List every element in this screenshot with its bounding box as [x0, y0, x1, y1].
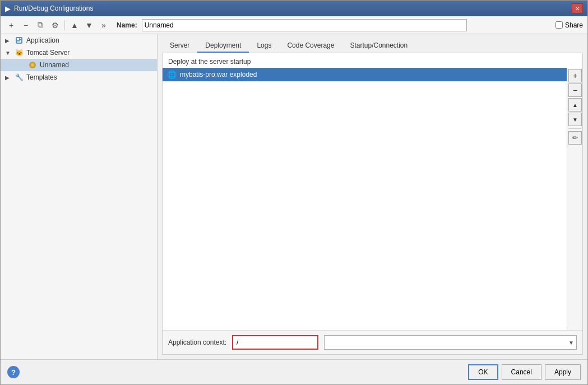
- artifact-item[interactable]: 🌐 mybatis-pro:war exploded: [163, 68, 567, 81]
- share-checkbox[interactable]: [555, 21, 563, 29]
- artifact-panel: 🌐 mybatis-pro:war exploded + − ▲ ▼ ✏: [163, 68, 582, 330]
- remove-artifact-button[interactable]: −: [568, 84, 582, 97]
- svg-rect-1: [17, 38, 19, 40]
- apply-button[interactable]: Apply: [545, 364, 581, 380]
- dropdown-arrow: ▼: [568, 340, 574, 346]
- tab-deployment[interactable]: Deployment: [197, 39, 249, 53]
- window-title: Run/Debug Configurations: [14, 4, 93, 12]
- tab-server-label: Server: [162, 39, 197, 52]
- sidebar: ▶ Application ▼ 🐱 Tomcat Server: [1, 34, 158, 359]
- tabs-row: Server Deployment Logs Code Coverage: [162, 39, 583, 53]
- application-icon: [14, 36, 24, 45]
- help-button[interactable]: ?: [7, 366, 20, 378]
- app-context-dropdown[interactable]: ▼: [324, 335, 577, 350]
- templates-arrow: ▶: [5, 75, 14, 81]
- title-bar-left: ▶ Run/Debug Configurations: [5, 4, 93, 13]
- run-icon: ▶: [5, 4, 11, 13]
- artifact-icon: 🌐: [167, 70, 177, 79]
- tab-code-coverage[interactable]: Code Coverage: [279, 39, 342, 53]
- title-bar-controls: ✕: [572, 3, 583, 13]
- svg-rect-2: [20, 38, 21, 39]
- app-context-input-wrapper: [232, 335, 318, 350]
- application-label: Application: [26, 36, 59, 44]
- artifact-name: mybatis-pro:war exploded: [180, 71, 257, 78]
- tomcat-arrow: ▼: [5, 50, 14, 56]
- add-artifact-button[interactable]: +: [568, 69, 582, 82]
- name-input[interactable]: [142, 19, 467, 31]
- svg-rect-4: [17, 41, 21, 43]
- toolbar-separator: [64, 20, 65, 30]
- close-button[interactable]: ✕: [572, 3, 583, 13]
- bottom-bar: ? OK Cancel Apply: [1, 359, 587, 384]
- tomcat-icon: 🐱: [14, 48, 24, 57]
- tab-logs[interactable]: Logs: [249, 39, 279, 53]
- ok-button[interactable]: OK: [468, 364, 498, 380]
- app-context-input[interactable]: [233, 336, 317, 349]
- tab-startup-label: Startup/Connection: [342, 39, 415, 52]
- deploy-label: Deploy at the server startup: [163, 53, 582, 68]
- move-down-button[interactable]: ▼: [83, 19, 95, 31]
- svg-rect-3: [20, 40, 21, 41]
- share-section: Share: [555, 21, 583, 29]
- tab-logs-label: Logs: [249, 39, 279, 52]
- tab-code-coverage-label: Code Coverage: [279, 39, 342, 52]
- artifact-side-buttons: + − ▲ ▼ ✏: [567, 68, 582, 330]
- main-content: ▶ Application ▼ 🐱 Tomcat Server: [1, 34, 587, 359]
- title-bar: ▶ Run/Debug Configurations ✕: [1, 1, 587, 16]
- tab-startup-connection[interactable]: Startup/Connection: [342, 39, 415, 53]
- settings-button[interactable]: ⚙: [49, 19, 61, 31]
- toolbar: + − ⧉ ⚙ ▲ ▼ » Name: Share: [1, 16, 587, 34]
- share-label: Share: [565, 21, 583, 29]
- sidebar-item-application[interactable]: ▶ Application: [1, 34, 157, 47]
- edit-artifact-button[interactable]: ✏: [568, 131, 582, 145]
- copy-config-button[interactable]: ⧉: [34, 19, 47, 31]
- application-arrow: ▶: [5, 38, 14, 44]
- sidebar-item-tomcat-server[interactable]: ▼ 🐱 Tomcat Server: [1, 47, 157, 59]
- side-separator: [568, 128, 581, 129]
- tab-bar-wrapper: Server Deployment Logs Code Coverage: [162, 39, 583, 53]
- add-config-button[interactable]: +: [5, 19, 17, 31]
- run-debug-config-window: ▶ Run/Debug Configurations ✕ + − ⧉ ⚙ ▲ ▼…: [0, 0, 588, 385]
- right-panel: Server Deployment Logs Code Coverage: [158, 34, 587, 359]
- move-artifact-down-button[interactable]: ▼: [568, 113, 582, 126]
- move-artifact-up-button[interactable]: ▲: [568, 98, 582, 112]
- app-context-label: Application context:: [168, 338, 226, 346]
- unnamed-icon: [27, 61, 38, 69]
- sidebar-item-unnamed[interactable]: Unnamed: [1, 59, 157, 71]
- cancel-button[interactable]: Cancel: [502, 364, 541, 380]
- more-button[interactable]: »: [98, 19, 110, 31]
- name-label: Name:: [117, 21, 137, 29]
- move-up-button[interactable]: ▲: [68, 19, 81, 31]
- tomcat-label: Tomcat Server: [26, 49, 70, 57]
- app-context-section: Application context: ▼: [163, 330, 582, 354]
- sidebar-item-templates[interactable]: ▶ 🔧 Templates: [1, 71, 157, 84]
- main-panel-area: Deploy at the server startup 🌐 mybatis-p…: [162, 53, 583, 355]
- remove-config-button[interactable]: −: [20, 19, 32, 31]
- tab-deployment-label: Deployment: [197, 39, 249, 52]
- bottom-right-buttons: OK Cancel Apply: [468, 364, 581, 380]
- templates-icon: 🔧: [14, 73, 24, 82]
- artifact-list-area: 🌐 mybatis-pro:war exploded: [163, 68, 567, 330]
- unnamed-label: Unnamed: [40, 61, 69, 69]
- tab-server[interactable]: Server: [162, 39, 197, 53]
- svg-point-6: [31, 63, 34, 67]
- templates-label: Templates: [26, 73, 57, 81]
